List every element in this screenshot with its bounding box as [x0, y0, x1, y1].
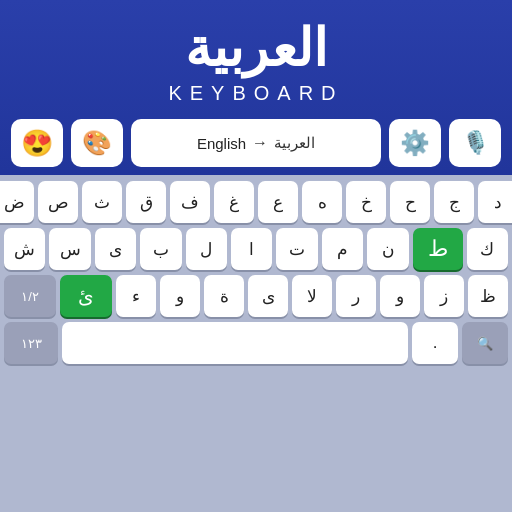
key-row2-4[interactable]: ت	[276, 228, 317, 270]
toolbar: 😍 🎨 English → العربية ⚙️ 🎙️	[11, 119, 501, 167]
key-row3-3[interactable]: ر	[336, 275, 376, 317]
key-row1-3[interactable]: خ	[346, 181, 386, 223]
key-row1-8[interactable]: ق	[126, 181, 166, 223]
key-row-2: كطنمتالبىسش	[4, 228, 508, 270]
key-row2-7[interactable]: ب	[140, 228, 181, 270]
key-row3-2[interactable]: و	[380, 275, 420, 317]
key-row2-0[interactable]: ك	[467, 228, 508, 270]
key-row2-6[interactable]: ل	[186, 228, 227, 270]
key-row2-1[interactable]: ط	[413, 228, 463, 270]
key-row2-10[interactable]: ش	[4, 228, 45, 270]
key-row2-5[interactable]: ا	[231, 228, 272, 270]
key-row3-4[interactable]: لا	[292, 275, 332, 317]
settings-button[interactable]: ⚙️	[389, 119, 441, 167]
key-row-bottom: ١٢٣ . 🔍	[4, 322, 508, 364]
language-switch-button[interactable]: English → العربية	[131, 119, 381, 167]
arrow-icon: →	[252, 134, 268, 152]
key-dot[interactable]: .	[412, 322, 458, 364]
paint-button[interactable]: 🎨	[71, 119, 123, 167]
app-container: العربية KEYBOARD 😍 🎨 English → العربية ⚙…	[0, 0, 512, 512]
key-row1-6[interactable]: غ	[214, 181, 254, 223]
key-search[interactable]: 🔍	[462, 322, 508, 364]
lang-from-label: English	[197, 135, 246, 152]
paint-icon: 🎨	[82, 129, 112, 157]
key-space[interactable]	[62, 322, 408, 364]
key-row1-1[interactable]: ج	[434, 181, 474, 223]
title-arabic: العربية	[185, 18, 327, 78]
key-row2-2[interactable]: ن	[367, 228, 408, 270]
key-row1-0[interactable]: د	[478, 181, 512, 223]
key-row1-10[interactable]: ص	[38, 181, 78, 223]
key-row1-2[interactable]: ح	[390, 181, 430, 223]
key-row3-6[interactable]: ة	[204, 275, 244, 317]
key-row3-5[interactable]: ى	[248, 275, 288, 317]
lang-to-label: العربية	[274, 134, 315, 152]
emoji-button[interactable]: 😍	[11, 119, 63, 167]
key-row3-0[interactable]: ظ	[468, 275, 508, 317]
key-row1-5[interactable]: ع	[258, 181, 298, 223]
mic-button[interactable]: 🎙️	[449, 119, 501, 167]
mic-icon: 🎙️	[462, 130, 489, 156]
key-row1-11[interactable]: ض	[0, 181, 34, 223]
emoji-icon: 😍	[21, 128, 53, 159]
title-keyboard: KEYBOARD	[168, 82, 343, 105]
key-row-1: دجحخهعغفقثصض	[4, 181, 508, 223]
key-row3-8[interactable]: ء	[116, 275, 156, 317]
key-row2-3[interactable]: م	[322, 228, 363, 270]
key-row3-7[interactable]: و	[160, 275, 200, 317]
key-row1-7[interactable]: ف	[170, 181, 210, 223]
key-row1-9[interactable]: ث	[82, 181, 122, 223]
key-row3-9[interactable]: ئ	[60, 275, 112, 317]
key-special-half[interactable]: ١/٢	[4, 275, 56, 317]
key-row-3: ظزورلاىةوءئ١/٢	[4, 275, 508, 317]
key-row2-9[interactable]: س	[49, 228, 90, 270]
keyboard-area: دجحخهعغفقثصض كطنمتالبىسش ظزورلاىةوءئ١/٢ …	[0, 175, 512, 512]
key-row3-1[interactable]: ز	[424, 275, 464, 317]
key-row1-4[interactable]: ه	[302, 181, 342, 223]
settings-icon: ⚙️	[400, 129, 430, 157]
key-row2-8[interactable]: ى	[95, 228, 136, 270]
key-numbers[interactable]: ١٢٣	[4, 322, 58, 364]
